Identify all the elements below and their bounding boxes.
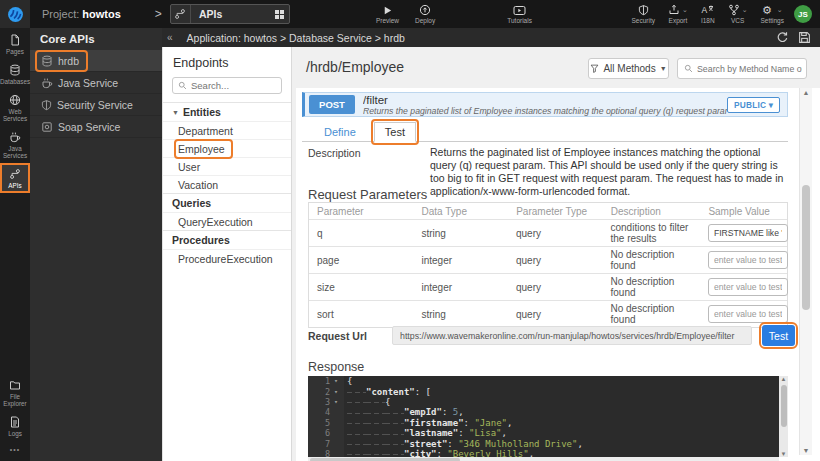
- code-token: :: [447, 439, 458, 449]
- sidebar-item-file-explorer[interactable]: File Explorer: [1, 375, 29, 410]
- fold-icon[interactable]: ▾: [330, 398, 342, 406]
- page-title: /hrdb/Employee: [306, 59, 404, 75]
- service-item-soap-service[interactable]: Soap Service: [30, 116, 162, 138]
- column-header: Parameter Type: [508, 204, 603, 219]
- sidebar-item-apis[interactable]: APIs: [1, 164, 29, 192]
- indent-guide: [385, 428, 404, 438]
- endpoint-item-user[interactable]: User: [163, 157, 291, 175]
- endpoint-item-queryexecution[interactable]: QueryExecution: [163, 212, 291, 230]
- endpoints-search-input[interactable]: [191, 80, 271, 91]
- endpoints-title: Endpoints: [163, 47, 291, 77]
- sidebar-item-databases[interactable]: Databases: [1, 60, 29, 88]
- export-icon: [668, 4, 680, 16]
- wavemaker-logo-icon[interactable]: [0, 0, 30, 28]
- i18n-button[interactable]: AI18N: [701, 0, 715, 28]
- endpoints-section-procedures[interactable]: Procedures: [163, 230, 291, 249]
- api-icon: [171, 5, 191, 23]
- code-token: ,: [507, 418, 512, 428]
- parameter-row-size: sizeintegerqueryNo description found: [309, 273, 787, 300]
- endpoints-section-queries[interactable]: Queries: [163, 193, 291, 212]
- service-item-java-service[interactable]: Java Service: [30, 72, 162, 94]
- endpoint-row-filter[interactable]: POST /filter Returns the paginated list …: [302, 92, 788, 117]
- methods-filter-dropdown[interactable]: All Methods ▼: [588, 58, 669, 79]
- tab-test[interactable]: Test: [374, 122, 416, 142]
- endpoints-search[interactable]: [172, 77, 282, 94]
- code-token: ,: [458, 407, 463, 417]
- indent-guide: [347, 407, 366, 417]
- scroll-down-icon[interactable]: ▼: [779, 451, 788, 457]
- workspace-tab-apis[interactable]: APIs: [170, 4, 290, 24]
- code-line: "firstname": "Jane",: [344, 418, 788, 428]
- collapse-panel-icon[interactable]: «: [162, 32, 173, 43]
- method-search-input[interactable]: [697, 64, 802, 74]
- code-token: :: [442, 407, 453, 417]
- indent-guide: [366, 439, 385, 449]
- endpoints-section-entities[interactable]: ▼Entities: [163, 102, 291, 121]
- export-button[interactable]: ⌄Export: [668, 0, 688, 28]
- code-line: "city": "Beverly Hills",: [344, 449, 788, 457]
- service-item-hrdb[interactable]: hrdb: [30, 50, 162, 72]
- code-line: "street": "346 Mulholland Drive",: [344, 438, 788, 448]
- endpoint-item-department[interactable]: Department: [163, 121, 291, 139]
- detail-scrollbar[interactable]: ▲ ▼: [799, 88, 812, 455]
- description-text: Returns the paginated list of Employee i…: [430, 146, 788, 198]
- sample-value-input-sort[interactable]: [708, 305, 788, 323]
- scroll-up-icon[interactable]: ▲: [779, 376, 788, 382]
- indent-guide: [366, 397, 385, 407]
- security-button[interactable]: Security: [632, 0, 655, 28]
- deploy-button[interactable]: Deploy: [415, 0, 435, 28]
- code-token: :: [437, 449, 448, 457]
- sample-value-input-size[interactable]: [708, 278, 788, 296]
- refresh-icon[interactable]: [776, 31, 789, 44]
- code-token: ,: [529, 449, 534, 457]
- method-search[interactable]: [677, 58, 807, 79]
- test-button[interactable]: Test: [762, 325, 795, 346]
- tutorials-button[interactable]: Tutorials: [507, 0, 532, 28]
- user-avatar[interactable]: JS: [794, 5, 812, 23]
- sidebar-item-logs[interactable]: Logs: [1, 412, 29, 440]
- request-url-input[interactable]: [392, 326, 752, 345]
- endpoint-item-label: ProcedureExecution: [177, 252, 278, 266]
- coffee-icon: [41, 77, 53, 89]
- sidebar-item-java-services[interactable]: Java Services: [1, 127, 29, 162]
- fold-icon[interactable]: ▾: [330, 377, 342, 385]
- editor-horizontal-scrollbar[interactable]: [308, 457, 779, 461]
- response-editor[interactable]: 1▾2▾3▾45678 {"content": [{"empId": 5,"fi…: [308, 376, 788, 457]
- table-cell: integer: [413, 253, 508, 268]
- rail-overflow-button[interactable]: •••: [10, 440, 20, 461]
- fold-icon[interactable]: ▾: [330, 388, 342, 396]
- methods-filter-label: All Methods: [603, 63, 655, 74]
- visibility-dropdown[interactable]: PUBLIC ▾: [727, 97, 780, 113]
- editor-scrollbar-thumb[interactable]: [781, 385, 787, 427]
- endpoint-item-procedureexecution[interactable]: ProcedureExecution: [163, 249, 291, 267]
- service-item-security-service[interactable]: Security Service: [30, 94, 162, 116]
- sidebar-item-pages[interactable]: Pages: [1, 30, 29, 58]
- endpoint-item-employee[interactable]: Employee: [163, 139, 291, 157]
- indent-guide: [347, 387, 366, 397]
- detail-scrollbar-thumb[interactable]: [802, 185, 810, 310]
- code-token: :: [464, 418, 475, 428]
- tab-define[interactable]: Define: [322, 123, 358, 141]
- project-label: Project: howtos: [42, 8, 121, 20]
- action-label: Deploy: [415, 17, 435, 24]
- indent-guide: [347, 397, 366, 407]
- scroll-up-icon[interactable]: ▲: [800, 89, 812, 96]
- endpoint-item-vacation[interactable]: Vacation: [163, 175, 291, 193]
- editor-vertical-scrollbar[interactable]: ▲ ▼: [779, 376, 788, 457]
- indent-guide: [366, 418, 385, 428]
- action-label: I18N: [701, 17, 715, 24]
- scroll-down-icon[interactable]: ▼: [800, 447, 812, 454]
- grid-icon[interactable]: [275, 10, 284, 19]
- sample-value-input-page[interactable]: [708, 251, 788, 269]
- preview-button[interactable]: Preview: [376, 0, 399, 28]
- svg-text:A: A: [702, 5, 708, 15]
- save-icon[interactable]: [798, 31, 811, 44]
- deploy-icon: [419, 4, 431, 16]
- vcs-button[interactable]: ⌄VCS: [728, 0, 748, 28]
- sample-value-input-q[interactable]: [708, 224, 788, 242]
- sidebar-item-web-services[interactable]: Web Services: [1, 90, 29, 125]
- parameter-row-page: pageintegerqueryNo description found: [309, 246, 787, 273]
- endpoint-item-label: Vacation: [177, 178, 223, 192]
- settings-button[interactable]: ⚙⌄Settings: [761, 0, 785, 28]
- shield-icon: [638, 4, 649, 16]
